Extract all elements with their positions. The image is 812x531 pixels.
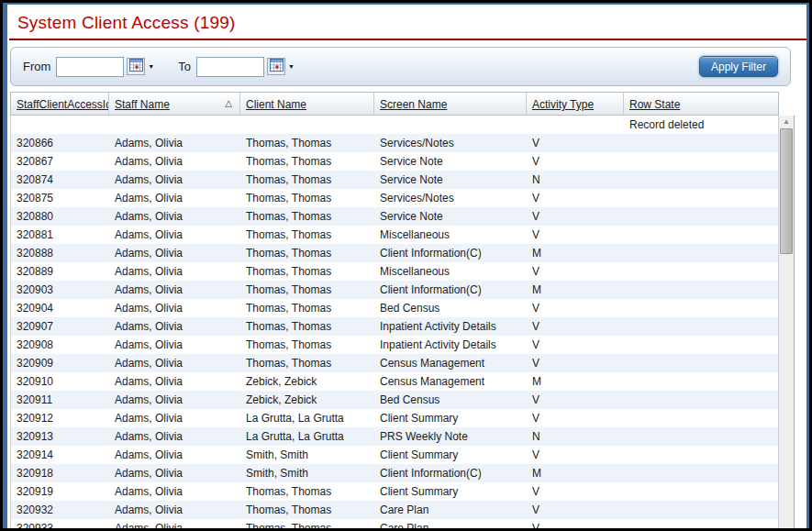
cell-client: Thomas, Thomas (240, 336, 374, 354)
column-header-staffclientaccessid[interactable]: StaffClientAccessId (11, 93, 109, 115)
cell-row-state (624, 171, 778, 189)
cell-client (240, 116, 374, 134)
cell-activity: V (527, 336, 624, 354)
table-row[interactable]: 320888Adams, OliviaThomas, ThomasClient … (11, 244, 778, 262)
from-calendar-button[interactable] (127, 58, 145, 75)
table-row[interactable]: 320913Adams, OliviaLa Grutta, La GruttaP… (11, 427, 778, 446)
table-row[interactable]: 320907Adams, OliviaThomas, ThomasInpatie… (11, 317, 778, 336)
cell-staff-client-access-id: 320874 (11, 171, 109, 189)
cell-staff: Adams, Olivia (109, 501, 240, 519)
cell-staff-client-access-id: 320867 (11, 152, 109, 171)
cell-client: Thomas, Thomas (240, 152, 374, 171)
apply-filter-button[interactable]: Apply Filter (699, 56, 778, 77)
cell-activity: V (527, 152, 624, 171)
cell-row-state (624, 519, 778, 528)
cell-screen: Client Summary (374, 446, 527, 464)
column-header-staff-name[interactable]: Staff Name△ (109, 93, 240, 115)
cell-staff: Adams, Olivia (109, 226, 240, 244)
cell-staff: Adams, Olivia (109, 482, 240, 501)
table-row[interactable]: 320903Adams, OliviaThomas, ThomasClient … (11, 281, 778, 299)
cell-staff: Adams, Olivia (109, 244, 240, 262)
cell-row-state (624, 336, 778, 354)
cell-row-state (624, 262, 778, 281)
table-row[interactable]: 320918Adams, OliviaSmith, SmithClient In… (11, 464, 778, 482)
table-row[interactable]: 320866Adams, OliviaThomas, ThomasService… (11, 134, 778, 152)
cell-activity: V (527, 482, 624, 501)
cell-staff-client-access-id: 320910 (11, 372, 109, 391)
table-row[interactable]: 320881Adams, OliviaThomas, ThomasMiscell… (11, 226, 778, 244)
cell-screen: Services/Notes (374, 189, 527, 207)
table-row[interactable]: 320910Adams, OliviaZebick, ZebickCensus … (11, 372, 778, 391)
cell-staff-client-access-id: 320880 (11, 207, 109, 226)
window: System Client Access (199) From ▼ To (3, 3, 809, 528)
cell-staff-client-access-id: 320908 (11, 336, 109, 354)
table-row[interactable]: 320908Adams, OliviaThomas, ThomasInpatie… (11, 336, 778, 354)
cell-staff: Adams, Olivia (109, 262, 240, 281)
cell-activity: M (527, 281, 624, 299)
table-row[interactable]: 320875Adams, OliviaThomas, ThomasService… (11, 189, 778, 207)
column-header-label: StaffClientAccessId (17, 98, 109, 115)
table-row[interactable]: 320904Adams, OliviaThomas, ThomasBed Cen… (11, 299, 778, 317)
from-label: From (23, 60, 50, 73)
cell-staff: Adams, Olivia (109, 354, 240, 372)
cell-row-state (624, 482, 778, 501)
cell-screen: Census Management (374, 354, 527, 372)
to-calendar-button[interactable] (267, 58, 285, 75)
cell-staff-client-access-id: 320881 (11, 226, 109, 244)
cell-staff-client-access-id: 320875 (11, 189, 109, 207)
table-row[interactable]: 320911Adams, OliviaZebick, ZebickBed Cen… (11, 391, 778, 409)
cell-row-state (624, 317, 778, 336)
cell-staff-client-access-id: 320888 (11, 244, 109, 262)
to-calendar-dropdown-icon[interactable]: ▼ (288, 63, 295, 70)
table-row[interactable]: 320889Adams, OliviaThomas, ThomasMiscell… (11, 262, 778, 281)
scrollbar-thumb[interactable] (780, 128, 793, 254)
table-row[interactable]: 320932Adams, OliviaThomas, ThomasCare Pl… (11, 501, 778, 519)
cell-client: Thomas, Thomas (240, 281, 374, 299)
from-date-input[interactable] (56, 57, 124, 77)
table-row[interactable]: 320933Adams, OliviaThomas, ThomasCare Pl… (11, 519, 778, 528)
cell-client: Thomas, Thomas (240, 262, 374, 281)
table-row[interactable]: Record deleted (11, 116, 778, 134)
table-row[interactable]: 320909Adams, OliviaThomas, ThomasCensus … (11, 354, 778, 372)
cell-client: Thomas, Thomas (240, 482, 374, 501)
cell-staff: Adams, Olivia (109, 372, 240, 391)
cell-activity: M (527, 244, 624, 262)
scrollbar-up-icon[interactable]: ▲ (779, 116, 794, 127)
table-row[interactable]: 320912Adams, OliviaLa Grutta, La GruttaC… (11, 409, 778, 427)
cell-staff-client-access-id: 320933 (11, 519, 109, 528)
scrollbar-track[interactable]: ▲ (779, 116, 795, 528)
cell-staff-client-access-id: 320889 (11, 262, 109, 281)
to-date-input[interactable] (196, 57, 264, 77)
cell-row-state (624, 427, 778, 446)
column-header-client-name[interactable]: Client Name (240, 93, 374, 115)
cell-client: Smith, Smith (240, 464, 374, 482)
table-row[interactable]: 320919Adams, OliviaThomas, ThomasClient … (11, 482, 778, 501)
cell-screen: Miscellaneous (374, 226, 527, 244)
column-header-row-state[interactable]: Row State (624, 93, 778, 115)
table-row[interactable]: 320880Adams, OliviaThomas, ThomasService… (11, 207, 778, 226)
cell-screen: Service Note (374, 207, 527, 226)
cell-row-state (624, 189, 778, 207)
cell-activity: V (527, 134, 624, 152)
cell-activity: V (527, 189, 624, 207)
filter-bar: From ▼ To (10, 47, 791, 86)
cell-screen: Service Note (374, 171, 527, 189)
cell-staff: Adams, Olivia (109, 189, 240, 207)
column-header-activity-type[interactable]: Activity Type (527, 93, 624, 115)
cell-row-state (624, 501, 778, 519)
sort-ascending-icon: △ (225, 98, 232, 115)
column-header-screen-name[interactable]: Screen Name (374, 93, 527, 115)
table-row[interactable]: 320874Adams, OliviaThomas, ThomasService… (11, 171, 778, 189)
cell-staff-client-access-id: 320914 (11, 446, 109, 464)
cell-activity: V (527, 501, 624, 519)
table-row[interactable]: 320867Adams, OliviaThomas, ThomasService… (11, 152, 778, 171)
cell-activity: V (527, 409, 624, 427)
cell-screen: Miscellaneous (374, 262, 527, 281)
table-row[interactable]: 320914Adams, OliviaSmith, SmithClient Su… (11, 446, 778, 464)
cell-row-state (624, 391, 778, 409)
from-calendar-dropdown-icon[interactable]: ▼ (148, 63, 154, 70)
cell-staff: Adams, Olivia (109, 391, 240, 409)
cell-client: La Grutta, La Grutta (240, 427, 374, 446)
cell-screen: Client Summary (374, 409, 527, 427)
cell-staff: Adams, Olivia (109, 336, 240, 354)
